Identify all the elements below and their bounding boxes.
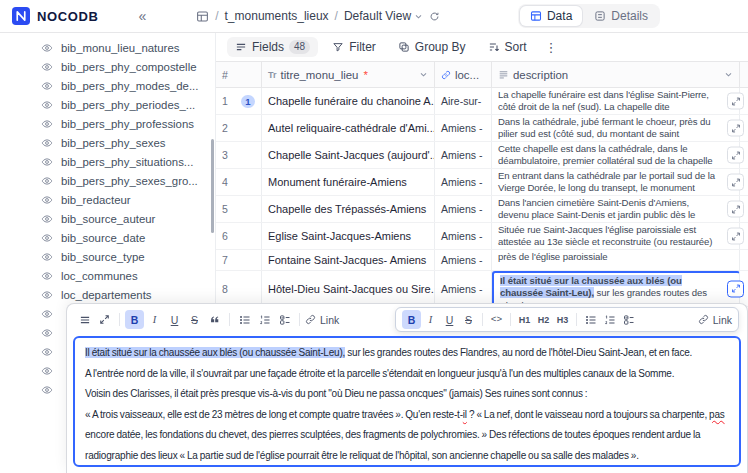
sidebar-item-table[interactable]: loc_departements [0,285,215,304]
loc-cell[interactable]: Amiens - [435,223,492,249]
description-cell[interactable]: La chapelle funéraire est dans l'église … [492,88,740,114]
underline-button[interactable]: U [440,310,459,329]
description-cell[interactable]: Cette chapelle est dans la cathédrale, d… [492,142,740,168]
numbered-list-button[interactable] [600,310,619,329]
sidebar-item-table[interactable]: bib_pers_phy_compostelle [0,57,215,76]
nocodb-logo[interactable]: NOCODB [12,7,98,25]
heading1-button[interactable]: H1 [515,310,534,329]
row-number-cell[interactable]: 5 [216,196,262,222]
row-number-cell[interactable]: 2 [216,115,262,141]
strikethrough-button[interactable]: S [185,310,204,329]
title-cell[interactable]: Chapelle funéraire du chanoine A... [262,88,435,114]
row-number-cell[interactable]: 4 [216,169,262,195]
description-cell[interactable]: Située rue Saint-Jacques l'église parois… [492,223,740,249]
table-row[interactable]: 11 Chapelle funéraire du chanoine A... A… [216,88,748,115]
check-list-button[interactable] [275,310,294,329]
tab-details[interactable]: Details [584,6,658,26]
table-row[interactable]: 8 Hôtel-Dieu Saint-Jacques ou Sire... Am… [216,271,748,307]
refresh-icon[interactable] [429,11,440,22]
expand-record-button[interactable] [727,174,740,191]
heading3-button[interactable]: H3 [553,310,572,329]
expand-editor-icon[interactable] [95,310,114,329]
breadcrumb-table-name[interactable]: t_monuments_lieux [225,9,329,23]
tab-data[interactable]: Data [520,6,582,26]
table-row[interactable]: 3 Chapelle Saint-Jacques (aujourd'... Am… [216,142,748,169]
code-button[interactable]: <> [487,310,506,329]
sidebar-item-table[interactable]: bib_source_type [0,247,215,266]
sidebar-item-table[interactable]: bib_source_date [0,228,215,247]
collapse-sidebar-button[interactable]: « [138,8,146,24]
row-number-cell[interactable]: 11 [216,88,262,114]
title-cell[interactable]: Eglise Saint-Jacques-Amiens [262,223,435,249]
title-cell[interactable]: Chapelle des Trépassés-Amiens [262,196,435,222]
bullet-list-button[interactable] [235,310,254,329]
description-cell[interactable]: près de l'église paroissiale [492,250,740,270]
expand-record-button[interactable] [727,201,740,218]
sidebar-item-table[interactable]: bib_redacteur [0,190,215,209]
loc-cell[interactable]: Amiens - [435,169,492,195]
title-cell[interactable]: Chapelle Saint-Jacques (aujourd'... [262,142,435,168]
loc-cell[interactable]: Amiens - [435,196,492,222]
table-row[interactable]: 4 Monument funéraire-Amiens Amiens - En … [216,169,748,196]
chevron-down-icon[interactable] [419,70,428,79]
filter-button[interactable]: Filter [324,37,384,57]
row-number-cell[interactable]: 8 [216,271,262,306]
italic-button[interactable]: I [421,310,440,329]
description-cell[interactable]: Dans l'ancien cimetière Saint-Denis d'Am… [492,196,740,222]
table-row[interactable]: 2 Autel reliquaire-cathédrale d'Ami... A… [216,115,748,142]
row-number-cell[interactable]: 6 [216,223,262,249]
expand-record-button[interactable] [727,120,740,137]
italic-button[interactable]: I [145,310,164,329]
sidebar-item-table[interactable]: bib_monu_lieu_natures [0,38,215,57]
format-menu-icon[interactable] [75,310,94,329]
row-number-cell[interactable]: 3 [216,142,262,168]
check-list-button[interactable] [619,310,638,329]
table-row[interactable]: 6 Eglise Saint-Jacques-Amiens Amiens - S… [216,223,748,250]
column-header-loc[interactable]: loc... [435,62,492,87]
link-button[interactable]: Link [305,314,339,326]
sort-button[interactable]: Sort [480,37,535,57]
description-cell[interactable]: Dans la cathédrale, jubé fermant le choe… [492,115,740,141]
loc-cell[interactable]: Amiens - [435,115,492,141]
sidebar-item-table[interactable]: bib_pers_phy_modes_de... [0,76,215,95]
row-number-cell[interactable]: 7 [216,250,262,270]
breadcrumb-view-selector[interactable]: Default View [344,9,423,23]
column-header-titre-monu-lieu[interactable]: Tr titre_monu_lieu * [262,62,435,87]
sidebar-item-table[interactable]: bib_pers_phy_sexes_gro... [0,171,215,190]
description-cell[interactable]: En entrant dans la cathédrale par le por… [492,169,740,195]
expand-record-button[interactable] [727,228,740,245]
title-cell[interactable]: Autel reliquaire-cathédrale d'Ami... [262,115,435,141]
loc-cell[interactable]: Amiens - [435,142,492,168]
group-by-button[interactable]: Group By [390,37,474,57]
table-row[interactable]: 7 Fontaine Saint-Jacques- Amiens Amiens … [216,250,748,271]
heading2-button[interactable]: H2 [534,310,553,329]
expand-record-button[interactable] [727,280,740,297]
sidebar-item-table[interactable]: bib_source_auteur [0,209,215,228]
column-header-description[interactable]: description [492,62,740,87]
loc-cell[interactable]: Aire-sur- [435,88,492,114]
bold-button[interactable]: B [125,310,144,329]
loc-cell[interactable]: Amiens - [435,271,492,306]
sidebar-item-table[interactable]: bib_pers_phy_situations... [0,152,215,171]
title-cell[interactable]: Hôtel-Dieu Saint-Jacques ou Sire... [262,271,435,306]
strikethrough-button[interactable]: S [459,310,478,329]
sidebar-item-table[interactable]: bib_pers_phy_professions [0,114,215,133]
rich-text-editor-content[interactable]: Il était situé sur la chaussée aux blés … [73,336,741,467]
title-cell[interactable]: Monument funéraire-Amiens [262,169,435,195]
fields-button[interactable]: Fields 48 [227,37,318,57]
toolbar-more-icon[interactable]: ⋮ [541,40,562,55]
underline-button[interactable]: U [165,310,184,329]
table-row[interactable]: 5 Chapelle des Trépassés-Amiens Amiens -… [216,196,748,223]
link-button[interactable]: Link [698,314,732,326]
title-cell[interactable]: Fontaine Saint-Jacques- Amiens [262,250,435,270]
loc-cell[interactable]: Amiens - [435,250,492,270]
sidebar-item-table[interactable]: bib_pers_phy_sexes [0,133,215,152]
bold-button[interactable]: B [402,310,421,329]
expand-record-button[interactable] [727,93,740,110]
chevron-down-icon[interactable] [724,70,733,79]
sidebar-item-table[interactable]: bib_pers_phy_periodes_... [0,95,215,114]
sidebar-scrollbar[interactable] [211,139,214,233]
bullet-list-button[interactable] [581,310,600,329]
sidebar-item-table[interactable]: loc_communes [0,266,215,285]
numbered-list-button[interactable] [255,310,274,329]
